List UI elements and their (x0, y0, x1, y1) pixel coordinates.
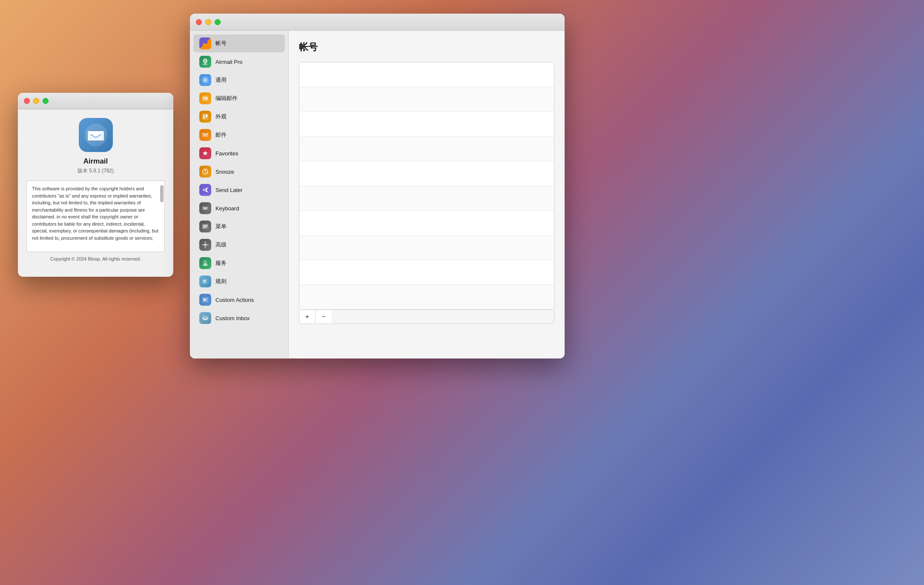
account-row-3[interactable] (299, 112, 554, 137)
account-row-6[interactable] (299, 186, 554, 211)
about-content: Airmail 版本 5.8.1 (782) This software is … (18, 109, 173, 277)
add-account-button[interactable]: + (299, 310, 316, 324)
advanced-icon (199, 239, 211, 251)
sidebar-item-services[interactable]: 服务 (193, 254, 285, 272)
sidebar-item-compose[interactable]: 编辑邮件 (193, 89, 285, 107)
app-icon (79, 118, 113, 152)
sidebar-item-label-send-later: Send Later (215, 187, 243, 193)
account-row-8[interactable] (299, 235, 554, 260)
services-icon (199, 257, 211, 269)
svg-rect-10 (206, 115, 207, 117)
sidebar-item-label-general: 通用 (215, 76, 227, 84)
sidebar-item-label-airmail-pro: Airmail Pro (215, 59, 243, 65)
prefs-close-button[interactable] (196, 19, 202, 25)
sidebar-item-custom-actions[interactable]: Custom Actions (193, 291, 285, 309)
sidebar-item-custom-inbox[interactable]: Custom Inbox (193, 309, 285, 327)
app-version-label: 版本 5.8.1 (782) (77, 167, 114, 175)
account-list-buttons: + − (299, 310, 554, 324)
menu-icon (199, 221, 211, 232)
compose-icon (199, 92, 211, 104)
sidebar-item-label-rules: 规则 (215, 278, 227, 285)
remove-account-button[interactable]: − (316, 310, 332, 324)
sidebar-item-advanced[interactable]: 高级 (193, 236, 285, 254)
sidebar-item-snooze[interactable]: Snooze (193, 163, 285, 181)
account-row-4[interactable] (299, 137, 554, 161)
about-copyright: Copyright © 2024 Bloop. All rights reser… (50, 256, 141, 268)
sidebar-item-menu[interactable]: 菜单 (193, 218, 285, 235)
sidebar-item-keyboard[interactable]: Keyboard (193, 199, 285, 217)
sidebar-item-label-compose: 编辑邮件 (215, 95, 238, 102)
sidebar-item-label-mail: 邮件 (215, 131, 227, 139)
sidebar-item-label-appearance: 外观 (215, 113, 227, 120)
sidebar: 帐号 Airmail Pro 通用 编辑邮件 外观 邮件 Favorites S… (190, 31, 289, 358)
scroll-thumb (160, 185, 164, 202)
sidebar-item-label-services: 服务 (215, 259, 227, 267)
svg-point-20 (204, 244, 206, 246)
account-row-5[interactable] (299, 161, 554, 186)
rules-icon (199, 275, 211, 287)
svg-rect-14 (203, 207, 204, 208)
custom-actions-icon (199, 294, 211, 306)
airmail-pro-icon (199, 56, 211, 68)
appearance-icon (199, 111, 211, 123)
custom-inbox-icon (199, 312, 211, 324)
svg-point-6 (204, 79, 206, 81)
minimize-button[interactable] (33, 98, 39, 104)
svg-rect-16 (206, 207, 207, 208)
keyboard-icon (199, 202, 211, 214)
sidebar-item-appearance[interactable]: 外观 (193, 108, 285, 126)
prefs-minimize-button[interactable] (205, 19, 211, 25)
about-window: Airmail 版本 5.8.1 (782) This software is … (18, 93, 173, 277)
main-content: 帐号 + − (289, 31, 565, 358)
accounts-list (299, 62, 554, 310)
favorites-icon (199, 147, 211, 159)
about-text-scroll[interactable]: This software is provided by the copyrig… (26, 181, 165, 252)
svg-rect-15 (205, 207, 206, 208)
mail-icon (199, 129, 211, 141)
account-row-9[interactable] (299, 260, 554, 285)
page-title: 帐号 (299, 41, 554, 54)
svg-rect-11 (202, 133, 208, 137)
about-titlebar (18, 93, 173, 109)
sidebar-item-label-favorites: Favorites (215, 150, 238, 157)
app-name-label: Airmail (83, 157, 108, 166)
sidebar-item-label-keyboard: Keyboard (215, 205, 239, 212)
account-row-10[interactable] (299, 285, 554, 310)
sidebar-item-label-snooze: Snooze (215, 169, 234, 175)
close-button[interactable] (24, 98, 30, 104)
general-icon (199, 74, 211, 86)
account-row-1[interactable] (299, 63, 554, 87)
prefs-titlebar (190, 14, 565, 31)
svg-rect-9 (203, 115, 205, 119)
prefs-window: 帐号 Airmail Pro 通用 编辑邮件 外观 邮件 Favorites S… (190, 14, 565, 358)
sidebar-item-airmail-pro[interactable]: Airmail Pro (193, 53, 285, 71)
send-later-icon (199, 184, 211, 196)
svg-point-4 (205, 60, 206, 61)
account-row-2[interactable] (299, 87, 554, 112)
svg-rect-17 (204, 209, 207, 209)
sidebar-item-rules[interactable]: 规则 (193, 272, 285, 290)
accounts-icon (199, 37, 211, 49)
sidebar-item-mail[interactable]: 邮件 (193, 126, 285, 144)
sidebar-item-favorites[interactable]: Favorites (193, 144, 285, 162)
snooze-icon (199, 166, 211, 178)
prefs-body: 帐号 Airmail Pro 通用 编辑邮件 外观 邮件 Favorites S… (190, 31, 565, 358)
zoom-button[interactable] (43, 98, 49, 104)
prefs-zoom-button[interactable] (215, 19, 221, 25)
account-row-7[interactable] (299, 211, 554, 235)
sidebar-item-label-advanced: 高级 (215, 241, 227, 249)
sidebar-item-general[interactable]: 通用 (193, 71, 285, 89)
sidebar-item-label-accounts: 帐号 (215, 40, 227, 47)
sidebar-item-accounts[interactable]: 帐号 (193, 34, 285, 52)
sidebar-item-label-custom-actions: Custom Actions (215, 297, 254, 303)
sidebar-item-label-custom-inbox: Custom Inbox (215, 315, 250, 321)
about-description: This software is provided by the copyrig… (32, 186, 158, 241)
sidebar-item-label-menu: 菜单 (215, 223, 227, 230)
sidebar-item-send-later[interactable]: Send Later (193, 181, 285, 199)
